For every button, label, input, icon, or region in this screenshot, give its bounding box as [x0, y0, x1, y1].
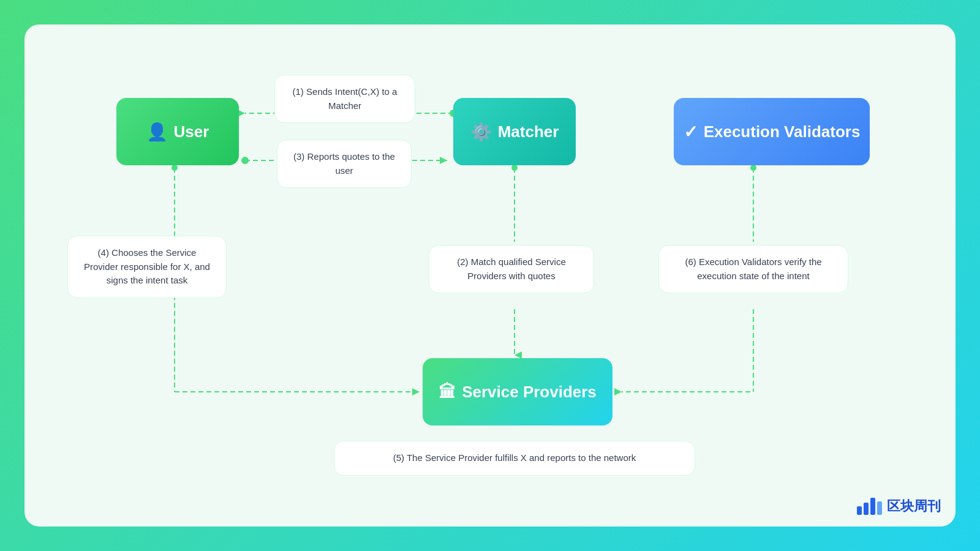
matcher-node: ⚙️ Matcher — [453, 98, 576, 165]
watermark-text: 区块周刊 — [887, 497, 941, 515]
tooltip-fulfills-text: (5) The Service Provider fulfills X and … — [393, 452, 636, 463]
matcher-label: Matcher — [498, 122, 559, 141]
tooltip-sends-text: (1) Sends Intent(C,X) to a Matcher — [293, 86, 398, 111]
dot-validators — [750, 165, 756, 171]
user-icon: 👤 — [146, 122, 168, 142]
tooltip-match: (2) Match qualified Service Providers wi… — [429, 245, 594, 293]
tooltip-reports: (3) Reports quotes to the user — [277, 140, 412, 188]
tooltip-chooses-text: (4) Chooses the Service Provider respons… — [84, 247, 210, 285]
tooltip-fulfills: (5) The Service Provider fulfills X and … — [334, 441, 695, 476]
dot-user — [172, 165, 178, 171]
validators-label: Execution Validators — [704, 122, 861, 141]
validators-node: ✓ Execution Validators — [674, 98, 870, 165]
tooltip-execution-text: (6) Execution Validators verify the exec… — [685, 257, 821, 281]
tooltip-chooses: (4) Chooses the Service Provider respons… — [67, 236, 227, 298]
tooltip-reports-text: (3) Reports quotes to the user — [293, 151, 395, 176]
matcher-icon: ⚙️ — [470, 122, 492, 142]
bar-4 — [877, 501, 882, 515]
user-node: 👤 User — [116, 98, 239, 165]
bar-1 — [857, 506, 862, 515]
tooltip-sends: (1) Sends Intent(C,X) to a Matcher — [274, 75, 415, 123]
bar-2 — [864, 503, 869, 515]
validators-icon: ✓ — [684, 122, 698, 142]
tooltip-execution: (6) Execution Validators verify the exec… — [658, 245, 848, 293]
watermark-bars-icon — [857, 498, 882, 515]
service-label: Service Providers — [462, 383, 597, 402]
service-node: 🏛 Service Providers — [423, 358, 612, 425]
bar-3 — [870, 498, 875, 515]
user-label: User — [174, 122, 209, 141]
watermark: 区块周刊 — [857, 497, 941, 515]
dot-matcher — [511, 165, 518, 171]
tooltip-match-text: (2) Match qualified Service Providers wi… — [457, 257, 566, 281]
service-icon: 🏛 — [439, 382, 456, 402]
diagram-card: 👤 User ⚙️ Matcher ✓ Execution Validators… — [24, 24, 956, 527]
